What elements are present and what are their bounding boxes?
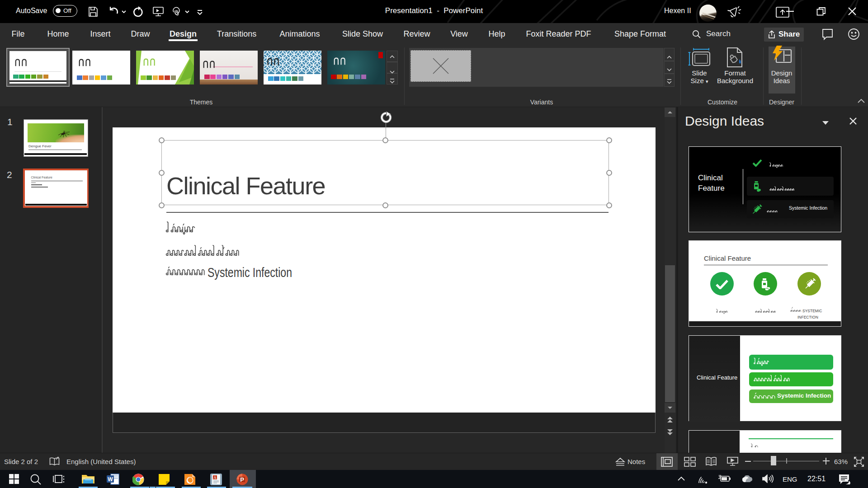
svg-text:A: A bbox=[213, 475, 217, 480]
svg-text:W: W bbox=[108, 476, 113, 483]
svg-text:Systemic Infection: Systemic Infection bbox=[208, 267, 292, 280]
svg-text:P: P bbox=[240, 476, 244, 483]
